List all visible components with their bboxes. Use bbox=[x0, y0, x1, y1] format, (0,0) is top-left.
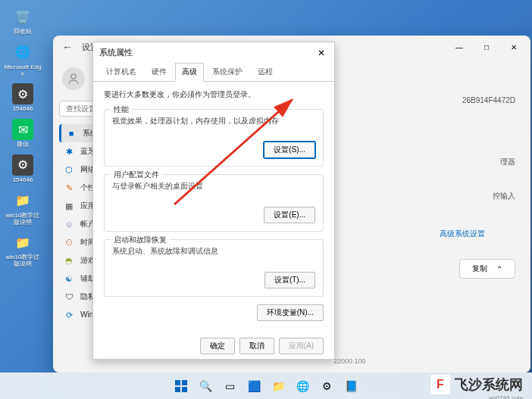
user-profiles-settings-button[interactable]: 设置(E)... bbox=[264, 207, 315, 223]
trash-icon: 🗑️ bbox=[12, 6, 33, 27]
back-button[interactable]: ← bbox=[62, 41, 73, 53]
startup-recovery-group: 启动和故障恢复 系统启动、系统故障和调试信息 设置(T)... bbox=[104, 239, 324, 297]
system-icon: ■ bbox=[66, 128, 77, 139]
tab-system-protection[interactable]: 系统保护 bbox=[205, 63, 249, 81]
maximize-button[interactable]: □ bbox=[476, 39, 497, 55]
wechat-shortcut[interactable]: ✉ 微信 bbox=[3, 119, 42, 148]
watermark-logo: F bbox=[430, 375, 450, 394]
device-id-snippet: 26B914F4472D bbox=[462, 96, 515, 104]
close-button[interactable]: ✕ bbox=[503, 39, 524, 55]
edge-icon: 🌐 bbox=[12, 42, 33, 63]
admin-note: 要进行大多数更改，你必须作为管理员登录。 bbox=[104, 89, 324, 100]
pinned-app-icon[interactable]: 📘 bbox=[341, 376, 361, 396]
svg-rect-3 bbox=[182, 380, 187, 385]
icon-label: 154646 bbox=[13, 106, 33, 113]
taskbar-search-icon[interactable]: 🔍 bbox=[196, 376, 215, 396]
gear-icon: ⚙ bbox=[12, 83, 33, 104]
group-title: 性能 bbox=[111, 104, 132, 115]
performance-settings-button[interactable]: 设置(S)... bbox=[264, 142, 315, 158]
settings-taskbar-icon[interactable]: ⚙ bbox=[317, 376, 336, 396]
shield-icon: 🛡 bbox=[64, 291, 74, 302]
group-title: 启动和故障恢复 bbox=[111, 235, 170, 245]
copy-label: 复制 bbox=[472, 263, 487, 274]
game-icon: ◓ bbox=[64, 255, 74, 266]
clock-icon: ⏲ bbox=[64, 237, 74, 248]
apps-icon: ▦ bbox=[64, 201, 74, 211]
folder-shortcut-2[interactable]: 📁 win10教学过版说明 bbox=[3, 232, 42, 268]
network-icon: ⬡ bbox=[64, 164, 74, 175]
icon-label: 微信 bbox=[17, 142, 29, 148]
svg-rect-5 bbox=[182, 387, 187, 392]
accessibility-icon: ☯ bbox=[64, 273, 74, 284]
chevron-up-icon: ⌃ bbox=[496, 265, 502, 273]
svg-point-0 bbox=[71, 74, 76, 79]
update-icon: ⟳ bbox=[64, 310, 74, 320]
group-title: 用户配置文件 bbox=[111, 170, 162, 180]
folder-icon: 📁 bbox=[12, 190, 33, 211]
processor-snippet: 理器 bbox=[500, 157, 515, 167]
dialog-titlebar[interactable]: 系统属性 ✕ bbox=[93, 42, 334, 63]
edge-shortcut[interactable]: 🌐 Microsoft Edge bbox=[3, 42, 42, 78]
icon-label: win10教学过版说明 bbox=[4, 213, 42, 226]
generic-shortcut[interactable]: ⚙ 154646 bbox=[3, 154, 42, 184]
group-desc: 与登录帐户相关的桌面设置 bbox=[112, 181, 315, 199]
dialog-tabs: 计算机名 硬件 高级 系统保护 远程 bbox=[93, 63, 334, 82]
person-icon: ☺ bbox=[64, 219, 74, 229]
desktop-icons: 🗑️ 回收站 🌐 Microsoft Edge ⚙ 154646 ✉ 微信 ⚙ … bbox=[0, 0, 45, 280]
copy-button[interactable]: 复制 ⌃ bbox=[459, 259, 515, 279]
dialog-buttons: 确定 取消 应用(A) bbox=[93, 338, 334, 362]
start-button[interactable] bbox=[171, 376, 191, 396]
tab-hardware[interactable]: 硬件 bbox=[145, 63, 174, 81]
pen-snippet: 控输入 bbox=[493, 191, 515, 201]
tab-advanced[interactable]: 高级 bbox=[175, 63, 204, 82]
widgets-icon[interactable]: 🟦 bbox=[244, 376, 264, 396]
icon-label: Microsoft Edge bbox=[4, 64, 42, 78]
build-number: 22000.100 bbox=[333, 357, 366, 365]
dialog-close-button[interactable]: ✕ bbox=[315, 48, 328, 58]
folder-icon: 📁 bbox=[12, 232, 33, 253]
recycle-bin-icon[interactable]: 🗑️ 回收站 bbox=[3, 6, 42, 36]
tab-remote[interactable]: 远程 bbox=[251, 63, 280, 81]
ok-button[interactable]: 确定 bbox=[200, 338, 235, 354]
user-avatar-icon bbox=[62, 67, 85, 90]
group-desc: 视觉效果，处理器计划，内存使用，以及虚拟内存 bbox=[112, 116, 315, 134]
tab-computer-name[interactable]: 计算机名 bbox=[99, 63, 143, 81]
advanced-system-settings-link[interactable]: 高级系统设置 bbox=[440, 229, 485, 239]
icon-label: win10教学过版说明 bbox=[4, 254, 42, 268]
wechat-icon: ✉ bbox=[12, 119, 33, 140]
settings-shortcut[interactable]: ⚙ 154646 bbox=[3, 83, 42, 113]
apply-button[interactable]: 应用(A) bbox=[279, 338, 324, 354]
gear-icon: ⚙ bbox=[12, 154, 33, 176]
folder-shortcut-1[interactable]: 📁 win10教学过版说明 bbox=[3, 190, 42, 226]
dialog-title: 系统属性 bbox=[99, 47, 133, 58]
user-profiles-group: 用户配置文件 与登录帐户相关的桌面设置 设置(E)... bbox=[104, 174, 324, 232]
brush-icon: ✎ bbox=[64, 182, 74, 193]
environment-variables-button[interactable]: 环境变量(N)... bbox=[257, 304, 324, 321]
window-controls: — □ ✕ bbox=[449, 39, 524, 55]
minimize-button[interactable]: — bbox=[449, 39, 470, 55]
svg-rect-2 bbox=[175, 380, 180, 385]
explorer-icon[interactable]: 📁 bbox=[268, 376, 288, 396]
system-properties-dialog: 系统属性 ✕ 计算机名 硬件 高级 系统保护 远程 要进行大多数更改，你必须作为… bbox=[92, 42, 335, 360]
watermark: F 飞沙系统网 ws0745.com bbox=[430, 375, 523, 394]
startup-recovery-settings-button[interactable]: 设置(T)... bbox=[264, 272, 315, 288]
group-desc: 系统启动、系统故障和调试信息 bbox=[112, 246, 315, 264]
watermark-brand: 飞沙系统网 bbox=[455, 376, 523, 394]
cancel-button[interactable]: 取消 bbox=[239, 338, 274, 354]
watermark-url: ws0745.com bbox=[489, 394, 523, 399]
svg-rect-4 bbox=[175, 387, 180, 392]
task-view-icon[interactable]: ▭ bbox=[220, 376, 239, 396]
icon-label: 回收站 bbox=[14, 29, 32, 36]
icon-label: 154646 bbox=[13, 177, 33, 184]
edge-taskbar-icon[interactable]: 🌐 bbox=[293, 376, 312, 396]
performance-group: 性能 视觉效果，处理器计划，内存使用，以及虚拟内存 设置(S)... bbox=[104, 109, 324, 167]
dialog-content: 要进行大多数更改，你必须作为管理员登录。 性能 视觉效果，处理器计划，内存使用，… bbox=[93, 82, 334, 338]
bluetooth-icon: ✱ bbox=[64, 146, 74, 157]
